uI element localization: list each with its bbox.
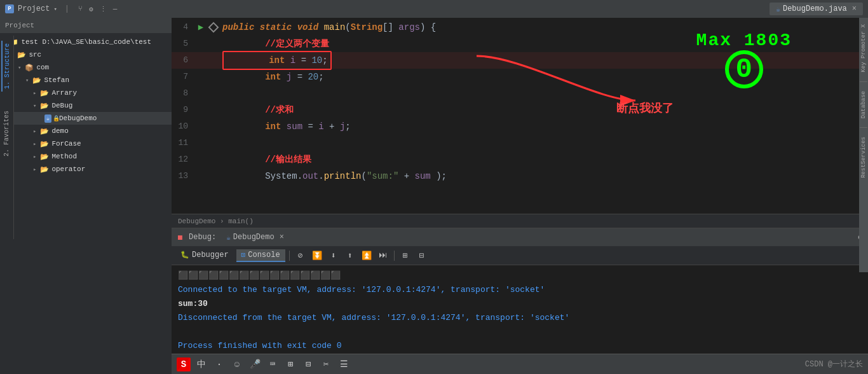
console-text-2: sum:30 — [178, 299, 208, 308]
structure-tab[interactable]: 1. Structure — [1, 41, 12, 92]
code-line-5: 5 //定义两个变量 — [172, 36, 868, 52]
line-content-5: //定义两个变量 — [220, 36, 868, 52]
line-num-5: 5 — [172, 36, 194, 52]
menu-icon[interactable]: ☰ — [337, 357, 351, 371]
keyboard-icon[interactable]: ⌨ — [266, 357, 280, 371]
debug-label: DeBug — [51, 102, 72, 109]
project-label[interactable]: Project — [18, 4, 50, 13]
forcase-label: ForCase — [51, 140, 81, 148]
right-sep-2 — [860, 127, 867, 128]
bug-icon: 🐛 — [180, 251, 189, 259]
star-icon: ⚙ — [89, 5, 93, 13]
tree-stefan[interactable]: ▾ 📂 Stefan — [0, 74, 172, 87]
console-text-1: Connected to the target VM, address: '12… — [178, 285, 545, 294]
arrary-label: Arrary — [51, 89, 77, 97]
demo-icon: 📂 — [39, 126, 50, 136]
line-content-12: //输出结果 — [220, 151, 868, 168]
chinese-icon[interactable]: 中 — [194, 357, 208, 371]
console-line-2: sum:30 — [178, 297, 862, 311]
dropdown-arrow[interactable]: ▾ — [53, 6, 57, 13]
git-icon: ⑂ — [78, 5, 83, 13]
file-tab[interactable]: ☕ DebugDemo.java × — [770, 3, 863, 15]
line-num-6: 6 — [172, 52, 194, 69]
tab-debugdemo[interactable]: ☕ DebugDemo × — [221, 232, 289, 243]
tree-operator[interactable]: ▸ 📂 operator — [0, 163, 172, 176]
debug-header: ⏹ Debug: ☕ DebugDemo × ⚙ — [172, 228, 868, 246]
left-edge-panel: 1. Structure 2. Favorites — [0, 36, 14, 239]
tab-console[interactable]: ⊡ Console — [236, 249, 285, 262]
debug-header-label: Debug: — [189, 233, 216, 242]
database-label[interactable]: Database — [860, 91, 867, 118]
run-arrow-icon: ▶ — [198, 19, 203, 36]
rest-services-label[interactable]: RestServices — [860, 137, 867, 178]
console-btn-down[interactable]: ⬇ — [327, 249, 341, 263]
com-label: com — [36, 64, 49, 71]
minus-icon: — — [113, 5, 118, 13]
tree-src[interactable]: ▾ 📂 src — [0, 48, 172, 61]
code-line-6: 6 int i = 10; — [172, 52, 868, 69]
console-line-prev: ⬛⬛⬛⬛⬛⬛⬛⬛⬛⬛⬛⬛⬛⬛⬛⬛ — [178, 269, 862, 283]
smiley-icon[interactable]: ☺ — [230, 357, 244, 371]
dot-icon[interactable]: · — [212, 357, 226, 371]
console-btn-clear[interactable]: ⊘ — [294, 249, 308, 263]
console-btn-wrap[interactable]: ⊟ — [415, 249, 429, 263]
right-panel-labels: Key Promoter X Database RestServices — [859, 18, 868, 272]
code-line-10: 10 int sum = i + j; — [172, 118, 868, 135]
tab-debugger[interactable]: 🐛 Debugger — [175, 249, 234, 262]
method-label: Method — [51, 153, 77, 160]
code-line-4: 4 ▶ public static void main(String[] arg… — [172, 19, 868, 36]
stefan-label: Stefan — [44, 76, 69, 84]
demo-label: demo — [51, 127, 68, 135]
tree-com[interactable]: ▾ 📦 com — [0, 61, 172, 74]
debug-toolbar: 🐛 Debugger ⊡ Console ⊘ ⏬ ⬇ ⬆ ⏫ ⏭ — [172, 246, 868, 265]
tree-debugdemo[interactable]: ☕ 🔒 DebugDemo — [0, 112, 172, 125]
tree-arrary[interactable]: ▸ 📂 Arrary — [0, 87, 172, 99]
minus-box-icon[interactable]: ⊟ — [301, 357, 315, 371]
debug-stop-icon[interactable]: ⏹ — [177, 233, 184, 242]
console-btn-jump[interactable]: ⏫ — [360, 249, 374, 263]
tree-demo[interactable]: ▸ 📂 demo — [0, 125, 172, 137]
code-line-13: 13 System.out.println("sum:" + sum ); — [172, 168, 868, 184]
code-line-8: 8 — [172, 85, 868, 102]
prev-line-text: ⬛⬛⬛⬛⬛⬛⬛⬛⬛⬛⬛⬛⬛⬛⬛⬛ — [178, 271, 341, 280]
key-promoter-label[interactable]: Key Promoter X — [860, 24, 867, 73]
console-btn-filter[interactable]: ⊞ — [398, 249, 412, 263]
arrary-icon: 📂 — [39, 88, 50, 98]
console-btn-up[interactable]: ⬆ — [343, 249, 357, 263]
operator-label: operator — [51, 165, 85, 173]
tree-forcase[interactable]: ▸ 📂 ForCase — [0, 137, 172, 150]
code-editor: 4 ▶ public static void main(String[] arg… — [172, 18, 868, 228]
debug-panel: ⏹ Debug: ☕ DebugDemo × ⚙ 🐛 — [172, 228, 868, 374]
run-gutter[interactable]: ▶ — [194, 19, 207, 36]
line-content-6: int i = 10; — [220, 51, 868, 70]
tree-root[interactable]: ▾ 📁 test D:\JAVA_SE\basic_code\test — [0, 36, 172, 48]
title-bar: P Project ▾ | ⑂ ⚙ ⋮ — ☕ DebugDemo.java × — [0, 0, 868, 18]
method-icon: 📂 — [39, 151, 50, 162]
mic-icon[interactable]: 🎤 — [248, 357, 262, 371]
com-icon: 📦 — [24, 62, 34, 73]
toolbar-sep-1 — [289, 251, 290, 261]
tab-label: DebugDemo.java — [783, 4, 847, 13]
title-bar-left: P Project ▾ | ⑂ ⚙ ⋮ — — [5, 4, 117, 13]
tab-close[interactable]: × — [852, 4, 857, 13]
favorites-tab[interactable]: 2. Favorites — [2, 108, 11, 159]
breadcrumb-text: DebugDemo › main() — [178, 218, 254, 225]
line-content-10: int sum = i + j; — [220, 118, 868, 135]
scissors-icon[interactable]: ✂ — [319, 357, 333, 371]
tree-method[interactable]: ▸ 📂 Method — [0, 150, 172, 163]
breakpoint-gutter[interactable] — [207, 24, 220, 31]
tree-debug[interactable]: ▾ 📂 DeBug — [0, 99, 172, 112]
operator-icon: 📂 — [39, 164, 50, 174]
console-btn-end[interactable]: ⏭ — [376, 249, 390, 263]
right-sep-1 — [860, 81, 867, 82]
console-btn-scroll[interactable]: ⏬ — [310, 249, 324, 263]
console-text-5: Process finished with exit code 0 — [178, 341, 341, 350]
main-editor-panel: 4 ▶ public static void main(String[] arg… — [172, 18, 868, 374]
debug-tab-close[interactable]: × — [280, 233, 284, 242]
more-icon: ⋮ — [100, 5, 107, 13]
console-tab-label: Console — [248, 251, 280, 260]
code-line-11: 11 — [172, 135, 868, 151]
grid-icon[interactable]: ⊞ — [283, 357, 297, 371]
breadcrumb: DebugDemo › main() — [172, 214, 868, 228]
debugdemo-tab-label: DebugDemo — [233, 233, 275, 242]
